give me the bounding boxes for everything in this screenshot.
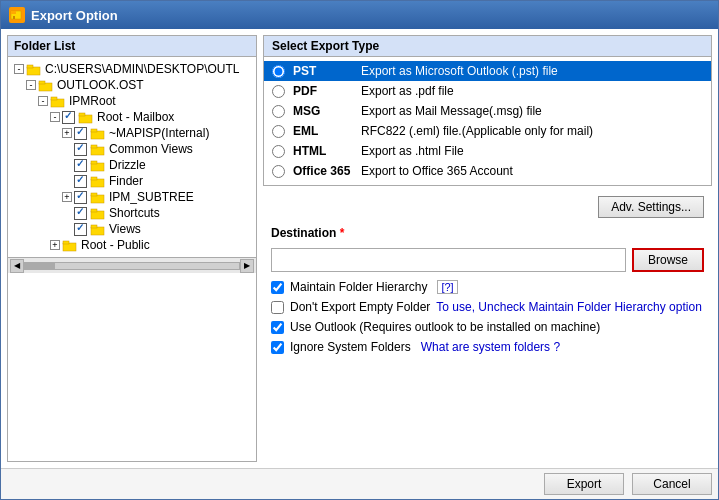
svg-rect-20 — [91, 193, 97, 196]
folder-scrollbar[interactable]: ◀ ▶ — [8, 257, 256, 273]
label-ignore-system: Ignore System Folders — [290, 340, 411, 354]
placeholder-shortcuts — [62, 208, 72, 218]
tree-item-drizzle[interactable]: Drizzle — [10, 157, 254, 173]
check-row-no-empty: Don't Export Empty Folder To use, Unchec… — [271, 300, 704, 314]
tree-item-ipmroot[interactable]: - IPMRoot — [10, 93, 254, 109]
tree-item-shortcuts[interactable]: Shortcuts — [10, 205, 254, 221]
tree-label-views: Views — [109, 222, 141, 236]
export-option-eml[interactable]: EML RFC822 (.eml) file.(Applicable only … — [272, 121, 703, 141]
radio-html[interactable] — [272, 145, 285, 158]
svg-rect-18 — [91, 177, 97, 180]
tree-item-finder[interactable]: Finder — [10, 173, 254, 189]
checkbox-drizzle[interactable] — [74, 159, 87, 172]
svg-rect-16 — [91, 161, 97, 164]
folder-icon-common-views — [90, 143, 106, 156]
right-panel: Select Export Type PST Export as Microso… — [263, 35, 712, 462]
expand-root-mailbox[interactable]: - — [50, 112, 60, 122]
scroll-track[interactable] — [24, 262, 240, 270]
svg-rect-12 — [91, 129, 97, 132]
checkbox-views[interactable] — [74, 223, 87, 236]
radio-pdf[interactable] — [272, 85, 285, 98]
checkbox-mapisp[interactable] — [74, 127, 87, 140]
tree-item-root-path[interactable]: - C:\USERS\ADMIN\DESKTOP\OUTL — [10, 61, 254, 77]
radio-office365[interactable] — [272, 165, 285, 178]
export-option-office365[interactable]: Office 365 Export to Office 365 Account — [272, 161, 703, 181]
content-area: Folder List - C:\USERS\ADMIN\DESKTOP\OUT… — [1, 29, 718, 468]
expand-mapisp[interactable]: + — [62, 128, 72, 138]
export-option-window: Export Option Folder List - C:\USERS\ADM… — [0, 0, 719, 500]
expand-root-public[interactable]: + — [50, 240, 60, 250]
destination-label-row: Destination * — [271, 226, 704, 240]
svg-rect-24 — [91, 225, 97, 228]
export-options-list: PST Export as Microsoft Outlook (.pst) f… — [264, 57, 711, 185]
bottom-buttons-bar: Export Cancel — [1, 468, 718, 499]
tree-label-root-mailbox: Root - Mailbox — [97, 110, 174, 124]
folder-icon-mapisp — [90, 127, 106, 140]
expand-root-path[interactable]: - — [14, 64, 24, 74]
title-bar: Export Option — [1, 1, 718, 29]
placeholder-common-views — [62, 144, 72, 154]
browse-button[interactable]: Browse — [632, 248, 704, 272]
option-key-pst: PST — [293, 64, 353, 78]
tree-item-views[interactable]: Views — [10, 221, 254, 237]
tree-label-finder: Finder — [109, 174, 143, 188]
export-option-pdf[interactable]: PDF Export as .pdf file — [272, 81, 703, 101]
checkbox-ipm-subtree[interactable] — [74, 191, 87, 204]
option-key-html: HTML — [293, 144, 353, 158]
placeholder-finder — [62, 176, 72, 186]
window-icon — [9, 7, 25, 23]
check-row-use-outlook: Use Outlook (Requires outlook to be inst… — [271, 320, 704, 334]
folder-icon-root-public — [62, 239, 78, 252]
export-button[interactable]: Export — [544, 473, 624, 495]
svg-rect-22 — [91, 209, 97, 212]
checkbox-use-outlook[interactable] — [271, 321, 284, 334]
radio-pst[interactable] — [272, 65, 285, 78]
export-option-html[interactable]: HTML Export as .html File — [272, 141, 703, 161]
tree-item-root-mailbox[interactable]: - Root - Mailbox — [10, 109, 254, 125]
option-desc-office365: Export to Office 365 Account — [361, 164, 513, 178]
placeholder-views — [62, 224, 72, 234]
tree-label-common-views: Common Views — [109, 142, 193, 156]
adv-settings-button[interactable]: Adv. Settings... — [598, 196, 704, 218]
tree-label-drizzle: Drizzle — [109, 158, 146, 172]
system-folders-link[interactable]: What are system folders ? — [421, 340, 560, 354]
export-type-header: Select Export Type — [264, 36, 711, 57]
radio-eml[interactable] — [272, 125, 285, 138]
checkbox-shortcuts[interactable] — [74, 207, 87, 220]
tree-item-outlook-ost[interactable]: - OUTLOOK.OST — [10, 77, 254, 93]
option-desc-pdf: Export as .pdf file — [361, 84, 454, 98]
export-option-pst[interactable]: PST Export as Microsoft Outlook (.pst) f… — [264, 61, 711, 81]
checkbox-ignore-system[interactable] — [271, 341, 284, 354]
tree-item-ipm-subtree[interactable]: + IPM_SUBTREE — [10, 189, 254, 205]
checkbox-finder[interactable] — [74, 175, 87, 188]
info-link-maintain-hierarchy[interactable]: [?] — [437, 280, 457, 294]
expand-ipmroot[interactable]: - — [38, 96, 48, 106]
drive-icon — [26, 63, 42, 76]
tree-item-mapisp[interactable]: + ~MAPISP(Internal) — [10, 125, 254, 141]
checkbox-root-mailbox[interactable] — [62, 111, 75, 124]
folder-icon-finder — [90, 175, 106, 188]
export-option-msg[interactable]: MSG Export as Mail Message(.msg) file — [272, 101, 703, 121]
checkbox-no-empty[interactable] — [271, 301, 284, 314]
expand-outlook-ost[interactable]: - — [26, 80, 36, 90]
option-desc-html: Export as .html File — [361, 144, 464, 158]
expand-ipm-subtree[interactable]: + — [62, 192, 72, 202]
svg-rect-26 — [63, 241, 69, 244]
tree-item-root-public[interactable]: + Root - Public — [10, 237, 254, 253]
svg-rect-14 — [91, 145, 97, 148]
destination-input[interactable] — [271, 248, 626, 272]
svg-rect-10 — [79, 113, 85, 116]
scroll-left-arrow[interactable]: ◀ — [10, 259, 24, 273]
tree-label-outlook-ost: OUTLOOK.OST — [57, 78, 144, 92]
option-key-pdf: PDF — [293, 84, 353, 98]
cancel-button[interactable]: Cancel — [632, 473, 712, 495]
checkbox-common-views[interactable] — [74, 143, 87, 156]
folder-icon-outlook — [38, 79, 54, 92]
radio-msg[interactable] — [272, 105, 285, 118]
scroll-right-arrow[interactable]: ▶ — [240, 259, 254, 273]
checkbox-maintain-hierarchy[interactable] — [271, 281, 284, 294]
folder-list-panel: Folder List - C:\USERS\ADMIN\DESKTOP\OUT… — [7, 35, 257, 462]
folder-icon-shortcuts — [90, 207, 106, 220]
folder-icon-drizzle — [90, 159, 106, 172]
tree-item-common-views[interactable]: Common Views — [10, 141, 254, 157]
